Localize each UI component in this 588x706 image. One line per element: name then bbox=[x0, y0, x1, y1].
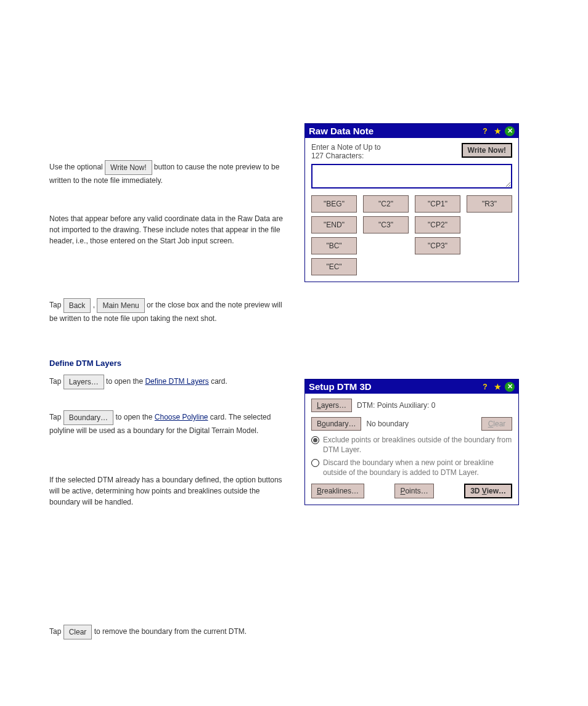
favorite-icon[interactable]: ★ bbox=[492, 382, 502, 392]
write-now-button[interactable]: Write Now! bbox=[462, 143, 512, 158]
radio-exclude-label: Exclude points or breaklines outside of … bbox=[323, 436, 512, 455]
preset-c3-button[interactable]: "C3" bbox=[363, 216, 409, 233]
radio-discard-label: Discard the boundary when a new point or… bbox=[323, 458, 512, 477]
radio-icon bbox=[311, 459, 319, 467]
text: card. bbox=[211, 377, 227, 386]
favorite-icon[interactable]: ★ bbox=[492, 126, 502, 136]
preset-ec-button[interactable]: "EC" bbox=[311, 258, 357, 275]
dialog-titlebar: Raw Data Note ? ★ ✕ bbox=[305, 124, 518, 138]
3d-view-button[interactable]: 3D View… bbox=[464, 484, 512, 498]
radio-discard[interactable]: Discard the boundary when a new point or… bbox=[311, 458, 512, 477]
doc-para-boundary: Tap Boundary… to open the Choose Polylin… bbox=[49, 410, 290, 436]
preset-cp2-button[interactable]: "CP2" bbox=[415, 216, 460, 233]
text: Tap bbox=[49, 627, 63, 636]
dialog-titlebar: Setup DTM 3D ? ★ ✕ bbox=[305, 379, 518, 394]
doc-para-clear: Tap Clear to remove the boundary from th… bbox=[49, 625, 290, 639]
layers-status-text: DTM: Points Auxiliary: 0 bbox=[357, 401, 435, 410]
preset-end-button[interactable]: "END" bbox=[311, 216, 357, 233]
radio-exclude[interactable]: Exclude points or breaklines outside of … bbox=[311, 436, 512, 455]
preset-r3-button[interactable]: "R3" bbox=[467, 195, 512, 213]
define-dtm-layers-link[interactable]: Define DTM Layers bbox=[145, 377, 208, 386]
text: to open the bbox=[106, 377, 145, 386]
note-prompt: Enter a Note of Up to 127 Characters: bbox=[311, 143, 381, 160]
preset-cp3-button[interactable]: "CP3" bbox=[415, 237, 460, 254]
note-prompt-line2: 127 Characters: bbox=[311, 152, 381, 160]
help-icon[interactable]: ? bbox=[480, 126, 490, 136]
boundary-button[interactable]: Boundary… bbox=[311, 417, 361, 431]
doc-para-options: If the selected DTM already has a bounda… bbox=[49, 474, 290, 508]
note-text-input[interactable] bbox=[311, 164, 512, 189]
doc-para-writenow: Use the optional Write Now! button to ca… bbox=[49, 160, 290, 186]
radio-icon bbox=[311, 436, 319, 444]
back-ref-button: Back bbox=[63, 298, 91, 313]
main-menu-ref-button: Main Menu bbox=[97, 298, 144, 313]
heading-define-dtm-layers: Define DTM Layers bbox=[49, 357, 290, 370]
note-prompt-line1: Enter a Note of Up to bbox=[311, 143, 381, 152]
preset-grid: "BEG" "C2" "CP1" "R3" "END" "C3" "CP2" "… bbox=[311, 195, 512, 275]
choose-polyline-link[interactable]: Choose Polyline bbox=[155, 413, 208, 421]
boundary-ref-button: Boundary… bbox=[63, 410, 113, 425]
text: to open the bbox=[115, 413, 154, 421]
points-button[interactable]: Points… bbox=[394, 484, 433, 498]
setup-dtm-3d-dialog: Setup DTM 3D ? ★ ✕ Layers… DTM: Points A… bbox=[304, 379, 519, 505]
preset-c2-button[interactable]: "C2" bbox=[363, 195, 409, 213]
dialog-title: Setup DTM 3D bbox=[309, 381, 480, 392]
preset-bc-button[interactable]: "BC" bbox=[311, 237, 357, 254]
close-icon[interactable]: ✕ bbox=[505, 126, 515, 136]
write-now-ref-button: Write Now! bbox=[105, 160, 152, 175]
text: to remove the boundary from the current … bbox=[94, 627, 247, 636]
boundary-status-text: No boundary bbox=[366, 420, 409, 428]
dialog-body: Enter a Note of Up to 127 Characters: Wr… bbox=[305, 138, 518, 282]
text: Tap bbox=[49, 377, 63, 386]
close-icon[interactable]: ✕ bbox=[505, 382, 515, 392]
text: Tap bbox=[49, 413, 63, 421]
text: , bbox=[93, 301, 97, 309]
doc-para-back-menu: Tap Back , Main Menu or the close box an… bbox=[49, 298, 290, 324]
preset-beg-button[interactable]: "BEG" bbox=[311, 195, 357, 213]
dialog-body: Layers… DTM: Points Auxiliary: 0 Boundar… bbox=[305, 394, 518, 505]
raw-data-note-dialog: Raw Data Note ? ★ ✕ Enter a Note of Up t… bbox=[304, 123, 519, 282]
dialog-title: Raw Data Note bbox=[309, 126, 480, 136]
text: Tap bbox=[49, 301, 63, 309]
breaklines-button[interactable]: Breaklines… bbox=[311, 484, 364, 498]
doc-para-layers: Tap Layers… to open the Define DTM Layer… bbox=[49, 375, 290, 389]
doc-para-notes-import: Notes that appear before any valid coord… bbox=[49, 213, 290, 246]
text: Use the optional bbox=[49, 163, 105, 171]
preset-cp1-button[interactable]: "CP1" bbox=[415, 195, 460, 213]
clear-button[interactable]: Clear bbox=[481, 417, 512, 431]
layers-ref-button: Layers… bbox=[63, 375, 104, 389]
clear-ref-button: Clear bbox=[63, 625, 92, 639]
help-icon[interactable]: ? bbox=[480, 382, 490, 392]
layers-button[interactable]: Layers… bbox=[311, 399, 352, 412]
